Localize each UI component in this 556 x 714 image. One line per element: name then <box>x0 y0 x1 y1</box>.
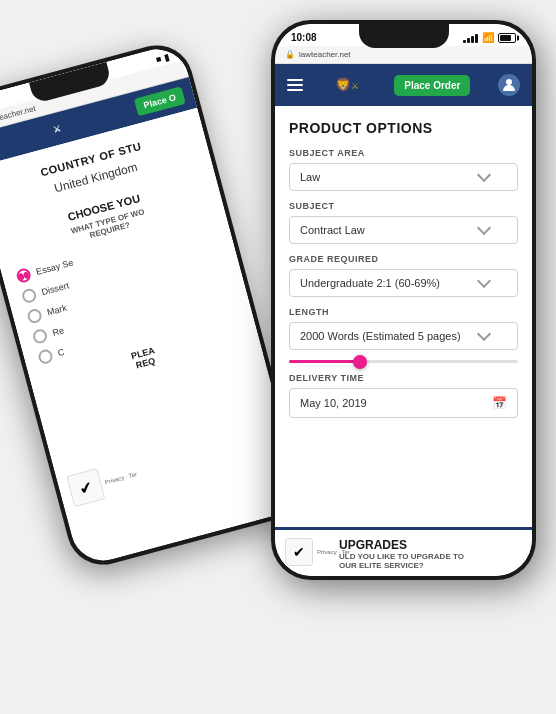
chevron-down-icon-length <box>477 327 491 341</box>
upgrades-title: UPGRADES <box>339 538 518 552</box>
product-options-title: PRODUCT OPTIONS <box>289 120 518 136</box>
recaptcha-checkbox-front[interactable]: ✔ <box>285 538 313 566</box>
radio-circle-mark <box>26 307 43 324</box>
subject-label: SUBJECT <box>289 201 518 211</box>
signal-bars-icon <box>463 33 478 43</box>
subject-area-value: Law <box>300 171 320 183</box>
recaptcha-back: ✔ Privacy · Ter <box>66 459 141 508</box>
upgrades-sub2: OUR ELITE SERVICE? <box>339 561 518 570</box>
lock-icon-front: 🔒 <box>285 50 295 59</box>
battery-icon-back: ▮ <box>163 52 170 63</box>
radio-circle-c <box>37 348 54 365</box>
chevron-down-icon-grade <box>477 274 491 288</box>
back-content: COUNTRY OF STU United Kingdom CHOOSE YOU… <box>0 108 263 413</box>
recaptcha-text-back: Privacy · Ter <box>104 471 137 485</box>
shield-logo-icon: 🦁 ⚔ <box>331 71 367 99</box>
recaptcha-checkbox-back[interactable]: ✔ <box>66 468 105 507</box>
calendar-icon: 📅 <box>492 396 507 410</box>
radio-label-re: Re <box>51 325 65 338</box>
user-icon-front[interactable] <box>498 74 520 96</box>
front-content: PRODUCT OPTIONS SUBJECT AREA Law SUBJECT <box>275 106 532 436</box>
delivery-label: DELIVERY TIME <box>289 373 518 383</box>
place-order-button-front[interactable]: Place Order <box>394 75 470 96</box>
recaptcha-front: ✔ Privacy · Ter <box>285 538 350 566</box>
grade-value: Undergraduate 2:1 (60-69%) <box>300 277 440 289</box>
front-nav: 🦁 ⚔ Place Order <box>275 64 532 106</box>
radio-label-c: C <box>57 347 66 358</box>
slider-thumb[interactable] <box>353 355 367 369</box>
recaptcha-text-front: Privacy · Ter <box>317 549 350 555</box>
phone-back: 10:08 ■ ▮ 🔒 lawteacher.net <box>0 37 309 572</box>
hamburger-icon-front[interactable] <box>287 79 303 91</box>
delivery-date-input[interactable]: May 10, 2019 📅 <box>289 388 518 418</box>
notch-front <box>359 24 449 48</box>
subject-area-select[interactable]: Law <box>289 163 518 191</box>
delivery-date-value: May 10, 2019 <box>300 397 367 409</box>
wifi-icon-back: ■ <box>155 54 163 65</box>
length-slider[interactable] <box>289 360 518 363</box>
subject-select[interactable]: Contract Law <box>289 216 518 244</box>
front-logo: 🦁 ⚔ <box>331 71 367 99</box>
grade-label: GRADE REQUIRED <box>289 254 518 264</box>
grade-select[interactable]: Undergraduate 2:1 (60-69%) <box>289 269 518 297</box>
length-select[interactable]: 2000 Words (Estimated 5 pages) <box>289 322 518 350</box>
subject-area-group: SUBJECT AREA Law <box>289 148 518 191</box>
length-group: LENGTH 2000 Words (Estimated 5 pages) <box>289 307 518 363</box>
delivery-group: DELIVERY TIME May 10, 2019 📅 <box>289 373 518 418</box>
phone-front: 10:08 📶 🔒 lawteacher.net <box>271 20 536 580</box>
radio-circle-essay <box>15 267 32 284</box>
radio-label-dissert: Dissert <box>40 280 70 297</box>
front-url-bar: 🔒 lawteacher.net <box>275 46 532 64</box>
battery-icon-front <box>498 33 516 43</box>
chevron-down-icon-subject <box>477 221 491 235</box>
front-status-icons: 📶 <box>463 32 516 43</box>
length-value: 2000 Words (Estimated 5 pages) <box>300 330 461 342</box>
svg-point-5 <box>506 79 512 85</box>
length-label: LENGTH <box>289 307 518 317</box>
subject-value: Contract Law <box>300 224 365 236</box>
scene: 10:08 ■ ▮ 🔒 lawteacher.net <box>0 0 556 714</box>
radio-label-essay: Essay Se <box>35 257 74 277</box>
radio-circle-re <box>31 328 48 345</box>
upgrades-section: ✔ Privacy · Ter UPGRADES ULD YOU LIKE TO… <box>275 527 532 576</box>
svg-text:🦁: 🦁 <box>334 76 351 93</box>
front-time: 10:08 <box>291 32 317 43</box>
front-url-text: lawteacher.net <box>299 50 351 59</box>
chevron-down-icon-subject-area <box>477 168 491 182</box>
subject-area-label: SUBJECT AREA <box>289 148 518 158</box>
subject-group: SUBJECT Contract Law <box>289 201 518 244</box>
upgrades-subtitle: ULD YOU LIKE TO UPGRADE TO <box>339 552 518 561</box>
slider-track <box>289 360 518 363</box>
radio-label-mark: Mark <box>46 303 68 318</box>
slider-fill <box>289 360 358 363</box>
logo-back: ⚔ <box>48 114 80 141</box>
svg-text:⚔: ⚔ <box>351 81 359 91</box>
wifi-icon-front: 📶 <box>482 32 494 43</box>
radio-circle-dissert <box>21 287 38 304</box>
grade-group: GRADE REQUIRED Undergraduate 2:1 (60-69%… <box>289 254 518 297</box>
